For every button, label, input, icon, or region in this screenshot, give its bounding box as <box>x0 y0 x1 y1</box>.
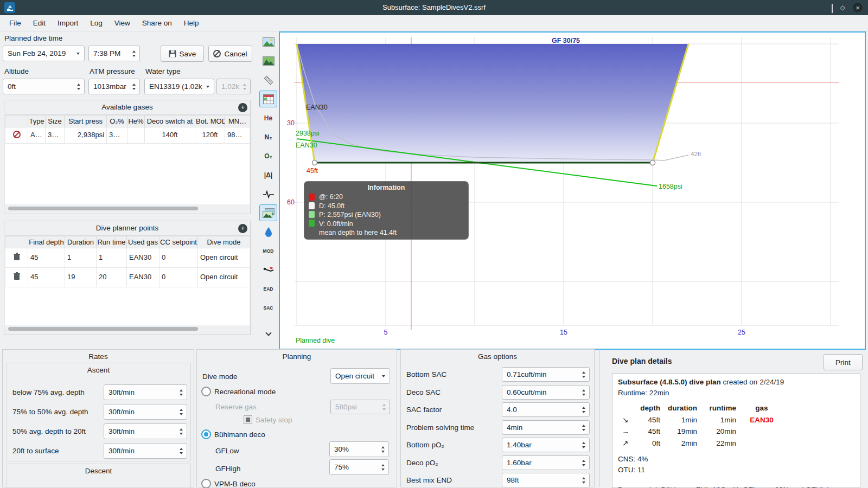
maximize-button[interactable]: ◇ <box>840 4 845 11</box>
column-header-bot-mod[interactable]: Bot. MOD <box>195 115 225 127</box>
spin-down-icon[interactable] <box>180 413 183 415</box>
recreational-mode-label[interactable]: Recreational mode <box>214 388 276 396</box>
spin-up-icon[interactable] <box>582 407 585 409</box>
cell-bot-mod[interactable]: 120ft <box>195 127 225 144</box>
collapse-toolbar-button[interactable] <box>259 325 277 342</box>
ascent-rate-spinner[interactable]: 30ft/min <box>104 423 187 439</box>
bottom-sac-spinner[interactable]: 0.71cuft/min <box>502 367 590 382</box>
gfhigh-spinner[interactable]: 75% <box>329 459 389 475</box>
column-header-duration[interactable]: Duration <box>65 236 97 248</box>
cell-size[interactable]: 3… <box>46 127 65 144</box>
diver-toggle-button[interactable] <box>259 261 277 278</box>
cell-run-time[interactable]: 20 <box>97 268 127 287</box>
spin-down-icon[interactable] <box>381 451 385 453</box>
spin-down-icon[interactable] <box>582 411 585 413</box>
pp-n2-toggle-button[interactable]: N₂ <box>259 129 277 145</box>
mod-toggle-button[interactable]: MOD <box>259 242 277 259</box>
cell-duration[interactable]: 19 <box>65 268 97 287</box>
cell-used-gas[interactable]: EAN30 <box>127 268 159 287</box>
gas-change-toggle-button[interactable] <box>259 223 277 240</box>
cell-final-depth[interactable]: 45 <box>28 248 65 268</box>
cell-used-gas[interactable]: EAN30 <box>127 248 159 268</box>
cell-final-depth[interactable]: 45 <box>28 268 65 287</box>
atm-pressure-spinner[interactable]: 1013mbar <box>88 79 140 94</box>
menu-help[interactable]: Help <box>178 17 205 29</box>
tank-bar-toggle-button[interactable] <box>259 91 277 107</box>
column-header-he[interactable]: He% <box>127 115 145 127</box>
menu-view[interactable]: View <box>108 17 136 29</box>
close-button[interactable]: × <box>853 3 863 12</box>
buhlmann-deco-radio[interactable] <box>201 429 211 439</box>
menu-log[interactable]: Log <box>84 17 108 29</box>
ruler-button[interactable] <box>259 72 277 88</box>
buhlmann-deco-label[interactable]: Bühlmann deco <box>214 431 265 439</box>
spin-up-icon[interactable] <box>582 460 585 462</box>
cell-cc-setpoint[interactable]: 0 <box>159 248 198 268</box>
cell-deco-switch[interactable]: 140ft <box>145 127 195 144</box>
cell-cc-setpoint[interactable]: 0 <box>159 268 198 287</box>
ead-toggle-button[interactable]: EAD <box>259 280 277 297</box>
gflow-spinner[interactable]: 30% <box>329 441 389 457</box>
problem-solving-time-spinner[interactable]: 4min <box>502 420 590 435</box>
spin-down-icon[interactable] <box>180 452 183 454</box>
gallery-toggle-button[interactable] <box>259 53 277 69</box>
spin-up-icon[interactable] <box>180 409 183 411</box>
spin-up-icon[interactable] <box>132 84 136 86</box>
cell-type[interactable]: A… <box>28 127 46 144</box>
spin-down-icon[interactable] <box>180 394 183 396</box>
menu-share-on[interactable]: Share on <box>136 17 178 29</box>
spin-up-icon[interactable] <box>180 428 183 431</box>
window-titlebar[interactable]: Subsurface: SampleDivesV2.ssrf ◇ × <box>0 0 868 15</box>
cancel-button[interactable]: Cancel <box>208 46 252 62</box>
ascent-rate-spinner[interactable]: 30ft/min <box>104 404 187 420</box>
spin-down-icon[interactable] <box>582 481 585 484</box>
vpmb-deco-label[interactable]: VPM-B deco <box>214 480 256 488</box>
photo-toggle-button[interactable] <box>259 34 277 50</box>
pp-he-toggle-button[interactable]: He <box>259 110 277 126</box>
altitude-spinner[interactable]: 0ft <box>3 79 85 94</box>
column-header-o2[interactable]: O₂% <box>107 115 127 127</box>
deco-sac-spinner[interactable]: 0.60cuft/min <box>502 385 590 400</box>
spin-up-icon[interactable] <box>180 448 183 450</box>
profile-handle[interactable] <box>312 160 317 165</box>
column-header-delete[interactable] <box>5 115 28 127</box>
spin-up-icon[interactable] <box>582 442 585 444</box>
column-header-start-press[interactable]: Start press <box>65 115 107 127</box>
cell-he[interactable] <box>127 127 145 144</box>
spin-up-icon[interactable] <box>582 477 585 479</box>
spin-up-icon[interactable] <box>77 84 80 86</box>
dive-profile[interactable]: GF 30/75 EAN30 2938psi EAN30 45ft 1658ps… <box>279 31 866 350</box>
ascent-rate-spinner[interactable]: 30ft/min <box>104 443 187 459</box>
cell-dive-mode[interactable]: Open circuit <box>198 268 250 287</box>
spin-down-icon[interactable] <box>582 394 585 396</box>
spin-up-icon[interactable] <box>582 425 585 427</box>
dropdown-arrow-icon[interactable] <box>206 86 209 88</box>
points-horizontal-scrollbar[interactable] <box>8 327 198 331</box>
dropdown-arrow-icon[interactable] <box>76 53 80 55</box>
recreational-mode-radio[interactable] <box>201 387 211 396</box>
delete-point-icon[interactable] <box>5 268 28 287</box>
column-header-cc-setpoint[interactable]: CC setpoint <box>159 236 198 248</box>
spin-up-icon[interactable] <box>582 389 585 391</box>
column-header-dive-mode[interactable]: Dive mode <box>198 236 250 248</box>
spin-up-icon[interactable] <box>132 50 136 53</box>
spin-down-icon[interactable] <box>77 88 80 90</box>
dive-mode-combo[interactable]: Open circuit <box>330 368 390 384</box>
minimize-button[interactable] <box>832 4 833 12</box>
menu-edit[interactable]: Edit <box>27 17 52 29</box>
cell-run-time[interactable]: 1 <box>97 248 127 268</box>
delete-point-icon[interactable] <box>5 248 28 268</box>
spin-up-icon[interactable] <box>381 446 385 448</box>
menu-file[interactable]: File <box>3 17 27 29</box>
spin-down-icon[interactable] <box>132 55 136 57</box>
cell-start-press[interactable]: 2,938psi <box>65 127 107 144</box>
water-type-combo[interactable]: EN13319 (1.02k <box>144 79 214 94</box>
spin-down-icon[interactable] <box>582 376 585 378</box>
ascent-rate-spinner[interactable]: 30ft/min <box>104 384 187 400</box>
print-button[interactable]: Print <box>824 354 863 370</box>
spin-down-icon[interactable] <box>582 429 585 431</box>
column-header-final-depth[interactable]: Final depth <box>28 236 65 248</box>
spin-down-icon[interactable] <box>132 88 136 90</box>
spin-down-icon[interactable] <box>381 468 385 471</box>
column-header-deco-switch[interactable]: Deco switch at <box>145 115 195 127</box>
